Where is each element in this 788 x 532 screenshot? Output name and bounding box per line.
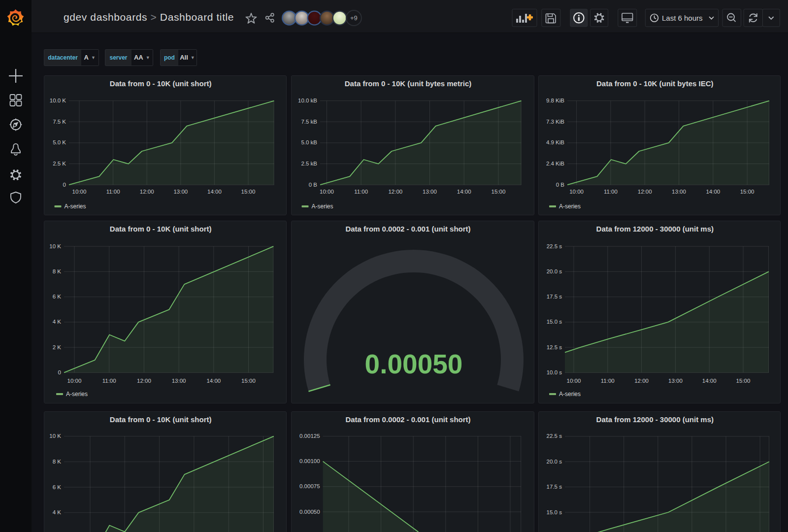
svg-text:12:00: 12:00 bbox=[137, 378, 151, 384]
svg-text:A-series: A-series bbox=[559, 203, 581, 210]
svg-text:6 K: 6 K bbox=[53, 294, 62, 299]
svg-text:13:00: 13:00 bbox=[423, 189, 437, 195]
svg-text:14:00: 14:00 bbox=[706, 189, 720, 195]
svg-text:8 K: 8 K bbox=[53, 268, 62, 274]
svg-text:A-series: A-series bbox=[559, 391, 581, 398]
svg-text:4.9 KiB: 4.9 KiB bbox=[546, 139, 564, 145]
svg-text:10 K: 10 K bbox=[49, 433, 61, 439]
svg-text:A-series: A-series bbox=[66, 391, 88, 398]
svg-text:11:00: 11:00 bbox=[102, 378, 116, 384]
svg-text:Data from 0 - 10K (unit bytes: Data from 0 - 10K (unit bytes IEC) bbox=[596, 79, 714, 88]
svg-text:15:00: 15:00 bbox=[241, 189, 256, 195]
svg-text:Data from 0.0002 - 0.001 (unit: Data from 0.0002 - 0.001 (unit short) bbox=[345, 225, 470, 233]
svg-text:Data from 0 - 10K (unit short): Data from 0 - 10K (unit short) bbox=[110, 415, 212, 424]
svg-text:5.0 K: 5.0 K bbox=[53, 139, 66, 145]
svg-text:Data from 0 - 10K (unit short): Data from 0 - 10K (unit short) bbox=[110, 225, 212, 233]
svg-text:20.0 s: 20.0 s bbox=[547, 268, 562, 274]
svg-text:2.5 kB: 2.5 kB bbox=[301, 161, 317, 166]
svg-text:17.5 s: 17.5 s bbox=[547, 484, 562, 490]
svg-text:2 K: 2 K bbox=[53, 344, 62, 350]
svg-text:5.0 kB: 5.0 kB bbox=[301, 139, 317, 145]
svg-text:A-series: A-series bbox=[65, 203, 86, 210]
svg-text:10:00: 10:00 bbox=[67, 378, 82, 384]
svg-text:0 B: 0 B bbox=[309, 182, 318, 188]
svg-text:Data from 0 - 10K (unit bytes: Data from 0 - 10K (unit bytes metric) bbox=[345, 79, 472, 88]
svg-text:Data from 0 - 10K (unit short): Data from 0 - 10K (unit short) bbox=[110, 79, 212, 88]
svg-text:4 K: 4 K bbox=[53, 319, 62, 325]
svg-text:13:00: 13:00 bbox=[672, 189, 686, 195]
svg-text:15.0 s: 15.0 s bbox=[547, 319, 562, 325]
svg-text:2.4 KiB: 2.4 KiB bbox=[546, 161, 564, 166]
svg-text:15:00: 15:00 bbox=[736, 378, 751, 384]
svg-text:20.0 s: 20.0 s bbox=[547, 459, 562, 465]
svg-text:11:00: 11:00 bbox=[106, 189, 120, 195]
svg-text:9.8 KiB: 9.8 KiB bbox=[546, 98, 564, 103]
svg-text:10.0 K: 10.0 K bbox=[50, 98, 66, 103]
svg-text:11:00: 11:00 bbox=[354, 189, 368, 195]
svg-text:0.00125: 0.00125 bbox=[299, 433, 320, 439]
svg-text:13:00: 13:00 bbox=[668, 378, 683, 384]
svg-text:17.5 s: 17.5 s bbox=[547, 294, 562, 299]
svg-text:7.3 KiB: 7.3 KiB bbox=[546, 119, 564, 125]
svg-text:11:00: 11:00 bbox=[601, 378, 615, 384]
svg-text:A-series: A-series bbox=[312, 203, 333, 210]
svg-text:0.00050: 0.00050 bbox=[299, 509, 320, 515]
svg-text:12.5 s: 12.5 s bbox=[547, 344, 562, 350]
svg-text:13:00: 13:00 bbox=[173, 189, 188, 195]
svg-text:12:00: 12:00 bbox=[634, 378, 649, 384]
svg-text:0.00075: 0.00075 bbox=[299, 483, 320, 489]
svg-text:0: 0 bbox=[58, 369, 61, 375]
svg-text:Data from 0.0002 - 0.001 (unit: Data from 0.0002 - 0.001 (unit short) bbox=[345, 415, 470, 424]
svg-text:Data from 12000 - 30000 (unit: Data from 12000 - 30000 (unit ms) bbox=[596, 415, 714, 424]
svg-text:10:00: 10:00 bbox=[567, 378, 581, 384]
svg-text:15:00: 15:00 bbox=[492, 189, 506, 195]
svg-text:14:00: 14:00 bbox=[206, 378, 221, 384]
svg-text:15:00: 15:00 bbox=[740, 189, 755, 195]
svg-text:Data from 12000 - 30000 (unit: Data from 12000 - 30000 (unit ms) bbox=[596, 225, 714, 233]
svg-text:22.5 s: 22.5 s bbox=[547, 243, 562, 249]
svg-text:Last 6 hours: Last 6 hours bbox=[662, 14, 703, 22]
svg-text:14:00: 14:00 bbox=[207, 189, 222, 195]
svg-text:14:00: 14:00 bbox=[702, 378, 717, 384]
svg-text:6 K: 6 K bbox=[53, 484, 62, 490]
svg-text:8 K: 8 K bbox=[53, 459, 62, 465]
svg-text:0: 0 bbox=[63, 182, 66, 188]
svg-text:22.5 s: 22.5 s bbox=[547, 433, 562, 439]
svg-text:4 K: 4 K bbox=[53, 509, 62, 515]
svg-text:+9: +9 bbox=[350, 14, 358, 22]
svg-text:0.00050: 0.00050 bbox=[365, 349, 463, 379]
svg-text:10.0 kB: 10.0 kB bbox=[298, 98, 317, 103]
svg-text:15:00: 15:00 bbox=[241, 378, 256, 384]
svg-text:10:00: 10:00 bbox=[569, 189, 584, 195]
svg-text:11:00: 11:00 bbox=[604, 189, 618, 195]
svg-text:12:00: 12:00 bbox=[140, 189, 154, 195]
svg-text:10:00: 10:00 bbox=[72, 189, 87, 195]
svg-text:14:00: 14:00 bbox=[457, 189, 471, 195]
svg-text:7.5 kB: 7.5 kB bbox=[301, 119, 317, 125]
svg-text:10.0 s: 10.0 s bbox=[547, 369, 562, 375]
svg-text:10:00: 10:00 bbox=[320, 189, 334, 195]
svg-text:0 B: 0 B bbox=[556, 182, 565, 188]
svg-text:12:00: 12:00 bbox=[388, 189, 402, 195]
svg-text:12:00: 12:00 bbox=[638, 189, 652, 195]
svg-text:7.5 K: 7.5 K bbox=[53, 119, 66, 125]
svg-text:0.00100: 0.00100 bbox=[299, 458, 320, 464]
svg-text:13:00: 13:00 bbox=[172, 378, 186, 384]
svg-text:10 K: 10 K bbox=[49, 243, 61, 249]
svg-text:2.5 K: 2.5 K bbox=[53, 161, 66, 166]
svg-text:15.0 s: 15.0 s bbox=[547, 509, 562, 515]
